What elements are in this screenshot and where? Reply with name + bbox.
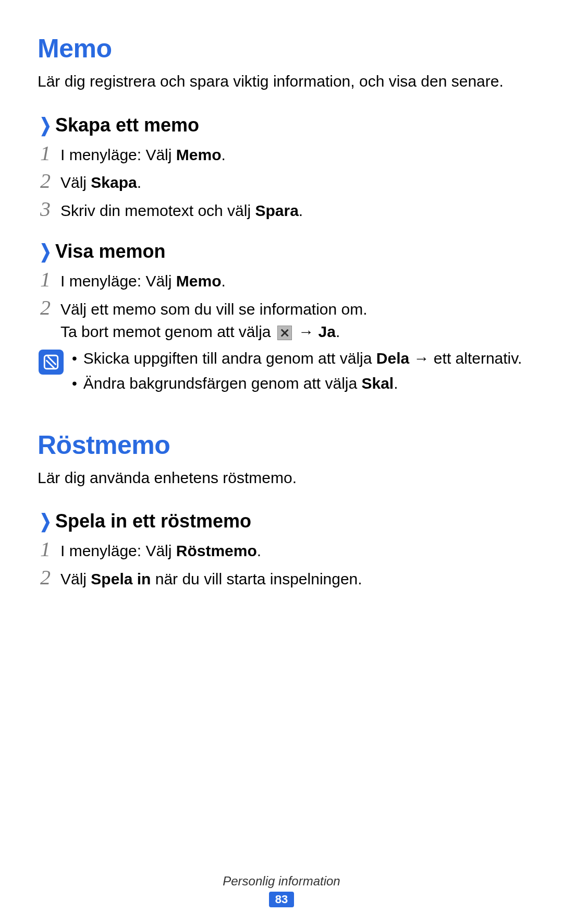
subheading-text: Visa memon <box>55 241 165 262</box>
step-number: 1 <box>38 142 53 164</box>
step-text: . <box>299 202 303 219</box>
step-bold: Skapa <box>91 174 137 191</box>
note-bold: Dela <box>376 350 409 367</box>
step-item: 3 Skriv din memotext och välj Spara. <box>38 198 525 222</box>
step-bold: Spara <box>255 202 298 219</box>
step-bold: Memo <box>176 272 222 290</box>
note-text: ett alternativ. <box>434 350 522 367</box>
bullet-dot-icon: • <box>72 373 77 394</box>
arrow-text: → <box>294 323 319 340</box>
subheading: ❯ Visa memon <box>38 241 525 262</box>
step-text: . <box>336 323 340 340</box>
step-number: 2 <box>38 170 53 192</box>
page-content: Memo Lär dig registrera och spara viktig… <box>0 0 563 590</box>
step-item: 2 Välj Spela in när du vill starta inspe… <box>38 567 525 591</box>
step-text: . <box>221 272 225 290</box>
subsection-spela-in: ❯ Spela in ett röstmemo 1 I menyläge: Vä… <box>38 510 525 590</box>
subheading: ❯ Spela in ett röstmemo <box>38 510 525 532</box>
note-bullet: • Skicka uppgiften till andra genom att … <box>72 347 525 369</box>
step-text: när du vill starta inspelningen. <box>151 570 362 587</box>
note-icon <box>39 350 64 375</box>
step-number: 3 <box>38 198 53 220</box>
subheading-text: Skapa ett memo <box>55 114 199 136</box>
note-text: Skicka uppgiften till andra genom att vä… <box>83 350 376 367</box>
note-block: • Skicka uppgiften till andra genom att … <box>38 347 525 398</box>
step-text: Välj <box>60 570 91 587</box>
step-item: 1 I menyläge: Välj Röstmemo. <box>38 538 525 562</box>
note-bold: Skal <box>361 375 394 392</box>
step-number: 1 <box>38 269 53 291</box>
step-text: Välj ett memo som du vill se information… <box>60 301 368 318</box>
subsection-visa: ❯ Visa memon 1 I menyläge: Välj Memo. 2 … <box>38 241 525 398</box>
step-item: 1 I menyläge: Välj Memo. <box>38 142 525 166</box>
intro-rostmemo: Lär dig använda enhetens röstmemo. <box>38 467 525 489</box>
step-text: Ta bort memot genom att välja <box>60 323 275 340</box>
step-bold: Röstmemo <box>176 542 257 559</box>
step-item: 1 I menyläge: Välj Memo. <box>38 269 525 293</box>
svg-rect-0 <box>44 355 58 369</box>
note-body: • Skicka uppgiften till andra genom att … <box>72 347 525 398</box>
note-text: Ändra bakgrundsfärgen genom att välja <box>83 375 362 392</box>
subheading-text: Spela in ett röstmemo <box>55 510 251 532</box>
subheading: ❯ Skapa ett memo <box>38 114 525 136</box>
step-text: I menyläge: Välj <box>60 146 176 163</box>
step-text: . <box>221 146 225 163</box>
step-item: 2 Välj ett memo som du vill se informati… <box>38 297 525 343</box>
page-footer: Personlig information 83 <box>0 874 563 907</box>
bullet-dot-icon: • <box>72 347 77 369</box>
step-text: I menyläge: Välj <box>60 542 176 559</box>
footer-section-label: Personlig information <box>0 874 563 889</box>
step-bold: Spela in <box>91 570 151 587</box>
step-bold: Memo <box>176 146 222 163</box>
step-item: 2 Välj Skapa. <box>38 170 525 194</box>
step-text: Skriv din memotext och välj <box>60 202 255 219</box>
subsection-skapa: ❯ Skapa ett memo 1 I menyläge: Välj Memo… <box>38 114 525 222</box>
arrow-text: → <box>409 350 434 367</box>
intro-memo: Lär dig registrera och spara viktig info… <box>38 71 525 92</box>
page-number: 83 <box>269 892 294 907</box>
step-text: . <box>137 174 141 191</box>
step-text: . <box>257 542 261 559</box>
step-number: 2 <box>38 567 53 589</box>
note-bullet: • Ändra bakgrundsfärgen genom att välja … <box>72 373 525 394</box>
heading-memo: Memo <box>38 33 525 64</box>
chevron-icon: ❯ <box>40 510 52 532</box>
heading-rostmemo: Röstmemo <box>38 430 525 460</box>
step-text: Välj <box>60 174 91 191</box>
chevron-icon: ❯ <box>40 241 52 262</box>
close-icon <box>277 326 292 340</box>
note-text: . <box>394 375 398 392</box>
step-number: 1 <box>38 538 53 560</box>
step-bold: Ja <box>319 323 336 340</box>
chevron-icon: ❯ <box>40 114 52 136</box>
step-number: 2 <box>38 297 53 319</box>
step-text: I menyläge: Välj <box>60 272 176 290</box>
